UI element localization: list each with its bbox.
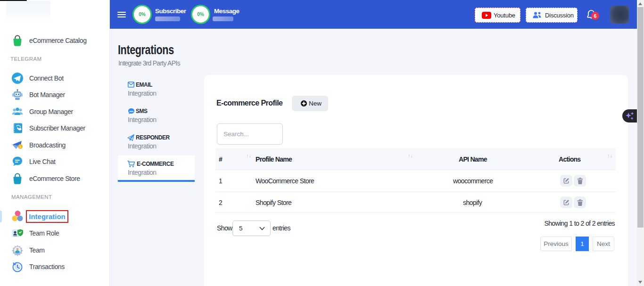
svg-text:1: 1 [19, 145, 21, 148]
svg-text:SMS: SMS [129, 110, 133, 113]
